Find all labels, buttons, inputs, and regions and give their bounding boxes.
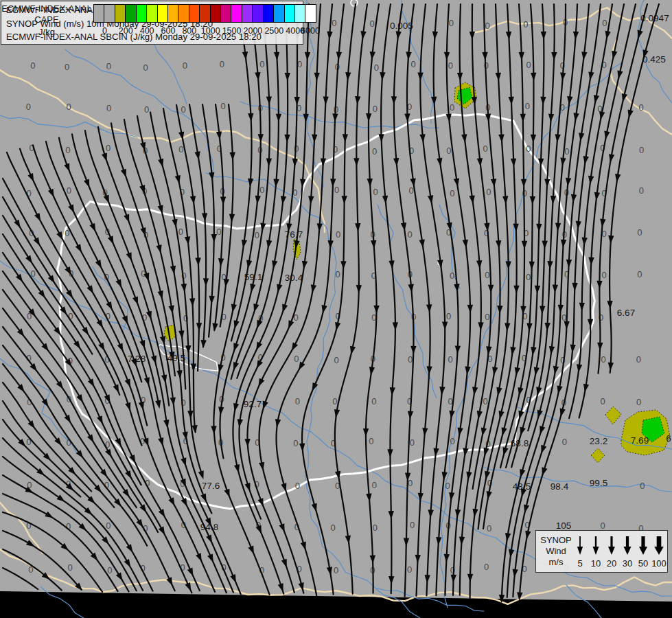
cape-swatch — [221, 5, 231, 22]
synop-arrow-30: 30 — [619, 535, 636, 569]
gridpoint-zero-label: 0 — [484, 562, 489, 572]
gridpoint-zero-label: 0 — [601, 354, 605, 365]
cape-swatch — [274, 5, 284, 22]
gridpoint-zero-label: 0 — [636, 397, 641, 407]
cape-swatch — [264, 5, 274, 22]
gridpoint-zero-label: 0 — [450, 102, 454, 113]
wind-speed-label: 20 — [603, 558, 620, 569]
cape-legend-source: ECMWF-INDEX-ANAL — [0, 3, 93, 14]
gridpoint-zero-label: 0 — [564, 146, 569, 157]
station-value-label: 23.2 — [590, 436, 607, 446]
station-value-label: 99.5 — [590, 478, 607, 488]
gridpoint-zero-label: 0 — [295, 481, 300, 491]
gridpoint-zero-label: 0 — [178, 144, 183, 154]
wind-speed-label: 5 — [572, 558, 588, 569]
gridpoint-zero-label: 0 — [445, 481, 450, 491]
gridpoint-zero-label: 0 — [639, 185, 644, 196]
cape-swatch — [115, 5, 126, 22]
gridpoint-zero-label: 0 — [448, 60, 453, 71]
gridpoint-zero-label: 0 — [601, 270, 606, 280]
synop-arrow-50: 50 — [635, 535, 651, 569]
gridpoint-zero-label: 0 — [411, 59, 416, 69]
cape-tick-label: 200 — [119, 26, 133, 36]
gridpoint-zero-label: 0 — [446, 311, 451, 321]
gridpoint-zero-label: 0 — [178, 227, 183, 237]
gridpoint-zero-label: 0 — [336, 229, 340, 240]
cape-swatch — [168, 5, 178, 22]
cape-swatch — [94, 5, 104, 22]
gridpoint-zero-label: 0 — [485, 21, 489, 31]
gridpoint-zero-label: 0 — [602, 18, 607, 28]
wind-speed-label: 10 — [588, 558, 604, 569]
synop-arrow-10: 10 — [588, 535, 604, 569]
synop-arrow-5: 5 — [572, 535, 588, 569]
cape-colorbar-legend: ECMWF-INDEX-ANAL CAPE J/kg 0200400600800… — [0, 0, 322, 39]
gridpoint-zero-label: 0 — [106, 143, 111, 153]
synop-wind-legend: SYNOP Wind m/s 510203050100 — [535, 530, 668, 573]
gridpoint-zero-label: 0 — [336, 269, 340, 279]
gridpoint-zero-label: 0 — [640, 481, 645, 491]
gridpoint-zero-label: 0 — [523, 19, 528, 30]
gridpoint-zero-label: 0 — [183, 60, 187, 71]
gridpoint-zero-label: 0 — [448, 354, 453, 365]
cape-swatch — [200, 5, 210, 22]
synop-legend-units: m/s — [549, 557, 564, 568]
gridpoint-zero-label: 0 — [372, 480, 377, 490]
gridpoint-zero-label: 0 — [216, 227, 221, 237]
gridpoint-zero-label: 0 — [293, 438, 298, 448]
gridpoint-zero-label: 0 — [295, 396, 300, 407]
cape-swatch — [104, 5, 115, 22]
gridpoint-zero-label: 0 — [331, 523, 336, 533]
gridpoint-zero-label: 0 — [637, 269, 642, 279]
gridpoint-zero-label: 0 — [637, 227, 642, 238]
cape-tick-label: 2000 — [244, 26, 263, 36]
station-value-label: 7.69 — [631, 435, 649, 446]
cape-swatch — [211, 5, 221, 22]
cape-tick-label: 400 — [140, 26, 154, 36]
gridpoint-zero-label: 0 — [334, 185, 339, 195]
gridpoint-zero-label: 0 — [334, 355, 338, 365]
wind-arrow-icon — [572, 535, 588, 556]
gridpoint-zero-label: 0 — [450, 436, 455, 446]
cape-swatch — [295, 5, 305, 22]
gridpoint-zero-label: 0 — [332, 18, 336, 28]
wind-arrow-icon — [603, 535, 620, 556]
cape-swatch — [242, 5, 253, 22]
gridpoint-zero-label: 0 — [450, 188, 454, 198]
gridpoint-zero-label: 0 — [334, 565, 338, 575]
cape-legend-parameter: CAPE — [0, 14, 93, 25]
gridpoint-zero-label: 0 — [485, 270, 489, 280]
station-value-label: 6.67 — [617, 308, 635, 318]
gridpoint-zero-label: 0 — [639, 102, 644, 113]
gridpoint-zero-label: 0 — [636, 354, 641, 365]
gridpoint-zero-label: 0 — [106, 520, 111, 531]
station-value-label: 0.005 — [390, 21, 413, 31]
gridpoint-zero-label: 0 — [107, 565, 112, 575]
gridpoint-zero-label: 0 — [410, 520, 415, 530]
wind-arrow-icon — [635, 535, 651, 556]
gridpoint-zero-label: 0 — [370, 19, 375, 29]
gridpoint-zero-label: 0 — [483, 144, 487, 154]
cape-tick-label: 800 — [182, 26, 196, 36]
cape-swatch — [285, 5, 295, 22]
cape-swatch — [137, 5, 147, 22]
gridpoint-zero-label: 0 — [259, 185, 264, 195]
station-value-label: 0.425 — [642, 54, 666, 65]
station-value-label: 105 — [556, 520, 572, 531]
station-value-label: 98.4 — [551, 481, 569, 492]
gridpoint-zero-label: 0 — [408, 478, 413, 488]
weather-map-screenshot: { "title_box": { "lines": [ "ECMWF-INDEX… — [0, 0, 672, 618]
gridpoint-zero-label: 0 — [562, 437, 567, 447]
station-value-label: 77.6 — [202, 481, 220, 491]
cape-swatch — [189, 5, 200, 22]
cape-legend-labels: ECMWF-INDEX-ANAL CAPE J/kg — [0, 0, 93, 618]
synop-legend-labels: SYNOP Wind m/s — [536, 531, 576, 572]
gridpoint-zero-label: 0 — [485, 312, 489, 322]
gridpoint-zero-label: 0 — [639, 145, 644, 155]
cape-legend-units: J/kg — [0, 27, 93, 37]
wind-speed-label: 50 — [635, 558, 651, 569]
synop-legend-subtitle: Wind — [546, 546, 566, 557]
cape-swatch — [231, 5, 242, 22]
gridpoint-zero-label: 0 — [526, 60, 531, 70]
cape-tick-label: 0 — [102, 26, 107, 36]
